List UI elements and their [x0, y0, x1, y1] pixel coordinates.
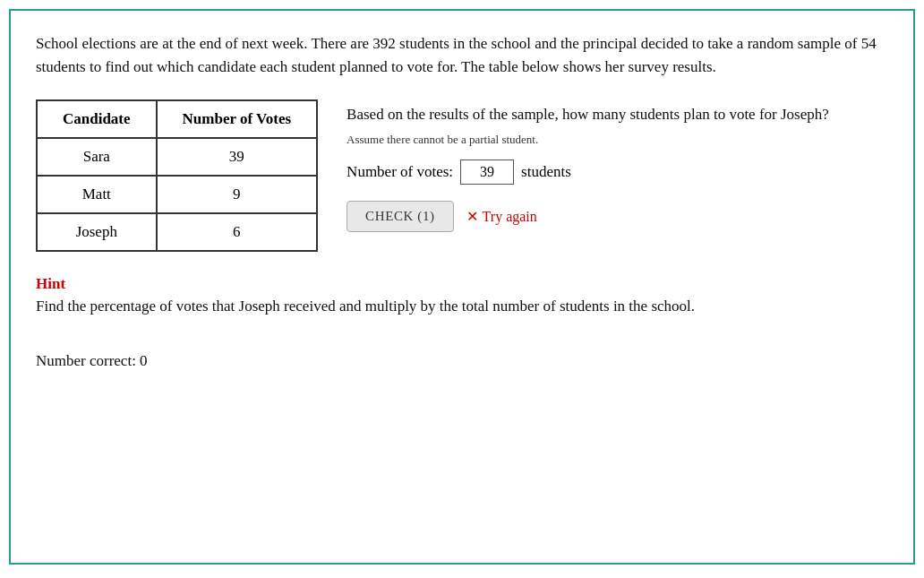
- candidate-sara: Sara: [37, 138, 157, 176]
- try-again-label[interactable]: Try again: [483, 209, 537, 225]
- votes-input[interactable]: [460, 160, 514, 185]
- check-row: CHECK (1) ✕ Try again: [346, 201, 888, 232]
- col-header-candidate: Candidate: [37, 100, 157, 138]
- col-header-votes: Number of Votes: [157, 100, 318, 138]
- votes-joseph: 6: [157, 213, 318, 251]
- x-icon: ✕: [466, 208, 478, 225]
- hint-text: Find the percentage of votes that Joseph…: [36, 295, 888, 318]
- number-of-votes-row: Number of votes: students: [346, 160, 888, 185]
- assumption-text: Assume there cannot be a partial student…: [346, 133, 888, 147]
- hint-label: Hint: [36, 275, 65, 292]
- hint-section: Hint Find the percentage of votes that J…: [36, 275, 888, 318]
- main-container: School elections are at the end of next …: [9, 9, 915, 565]
- content-row: Candidate Number of Votes Sara 39 Matt 9…: [36, 99, 888, 252]
- votes-sara: 39: [157, 138, 318, 176]
- votes-matt: 9: [157, 176, 318, 213]
- check-button[interactable]: CHECK (1): [346, 201, 453, 232]
- votes-table: Candidate Number of Votes Sara 39 Matt 9…: [36, 99, 318, 252]
- table-section: Candidate Number of Votes Sara 39 Matt 9…: [36, 99, 318, 252]
- candidate-matt: Matt: [37, 176, 157, 213]
- table-row: Matt 9: [37, 176, 317, 213]
- number-of-votes-label: Number of votes:: [346, 163, 453, 181]
- candidate-joseph: Joseph: [37, 213, 157, 251]
- question-text: Based on the results of the sample, how …: [346, 103, 888, 126]
- intro-text: School elections are at the end of next …: [36, 32, 888, 80]
- number-correct: Number correct: 0: [36, 352, 888, 370]
- table-row: Joseph 6: [37, 213, 317, 251]
- question-section: Based on the results of the sample, how …: [346, 99, 888, 233]
- students-label: students: [521, 163, 571, 181]
- table-row: Sara 39: [37, 138, 317, 176]
- try-again-container: ✕ Try again: [466, 208, 537, 225]
